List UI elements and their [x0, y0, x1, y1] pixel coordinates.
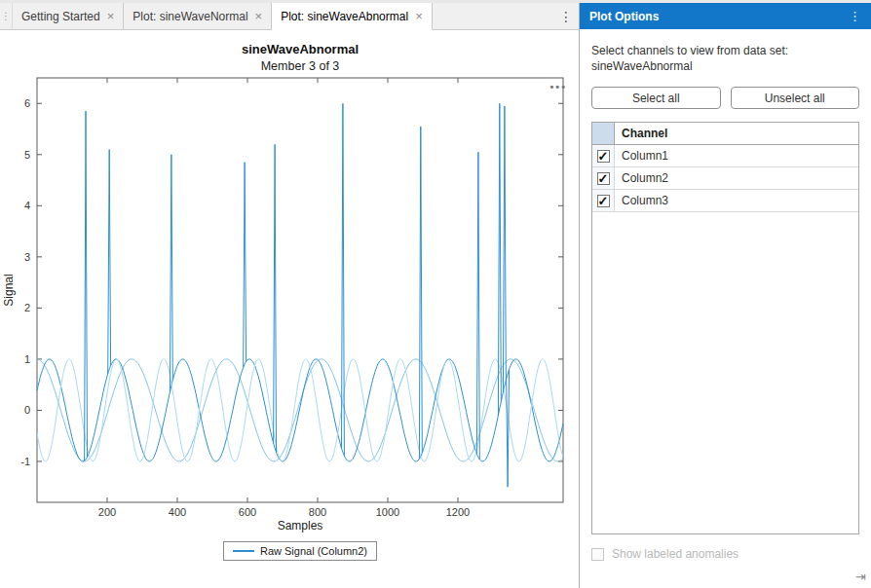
svg-text:Signal: Signal: [2, 274, 16, 306]
tab-overflow-menu-icon[interactable]: ⋮: [553, 3, 579, 30]
table-row-column2[interactable]: Column2: [592, 167, 858, 190]
document-area: ⋮ Getting Started × Plot: sineWaveNormal…: [0, 3, 579, 588]
signal-chart[interactable]: 20040060080010001200-10123456Signal: [0, 74, 579, 518]
tab-plot-sinewaveabnormal[interactable]: Plot: sineWaveAbnormal ×: [272, 3, 433, 30]
tab-bar: ⋮ Getting Started × Plot: sineWaveNormal…: [0, 3, 579, 30]
app-window: ⋮ Getting Started × Plot: sineWaveNormal…: [0, 0, 871, 588]
checkbox-cell: [592, 167, 615, 189]
show-anomalies-checkbox: [591, 548, 604, 561]
svg-text:1: 1: [24, 353, 30, 365]
svg-text:3: 3: [24, 251, 30, 263]
svg-text:800: 800: [309, 506, 326, 518]
panel-menu-icon[interactable]: ⋮: [849, 9, 861, 23]
chart-legend: Raw Signal (Column2): [223, 541, 377, 561]
show-anomalies-row: Show labeled anomalies: [591, 547, 859, 561]
description-line-1: Select channels to view from data set:: [591, 43, 859, 58]
svg-text:6: 6: [24, 97, 30, 109]
svg-text:1200: 1200: [446, 506, 470, 518]
tab-close-icon[interactable]: ×: [107, 10, 115, 22]
panel-collapse-icon[interactable]: ⇥: [855, 570, 866, 584]
svg-text:200: 200: [98, 506, 116, 518]
panel-header: Plot Options ⋮: [580, 3, 871, 29]
plot-options-panel: Plot Options ⋮ Select channels to view f…: [579, 3, 871, 588]
checkbox-cell: [592, 190, 615, 211]
tab-label: Plot: sineWaveNormal: [133, 10, 247, 23]
select-all-button[interactable]: Select all: [591, 87, 721, 109]
channel-name: Column2: [615, 167, 858, 189]
plot-menu-icon[interactable]: •••: [549, 81, 567, 92]
panel-description: Select channels to view from data set: s…: [591, 43, 859, 74]
channel-name: Column1: [615, 145, 858, 166]
channel-checkbox[interactable]: [597, 172, 610, 185]
tab-label: Plot: sineWaveAbnormal: [281, 10, 408, 23]
svg-text:1000: 1000: [376, 506, 399, 518]
plot-region: sineWaveAbnormal Member 3 of 3 ••• 20040…: [0, 30, 579, 588]
panel-body: Select channels to view from data set: s…: [580, 29, 871, 588]
channel-column-header: Channel: [615, 123, 858, 144]
svg-text:-1: -1: [20, 456, 30, 467]
unselect-all-button[interactable]: Unselect all: [731, 87, 860, 109]
tab-getting-started[interactable]: Getting Started ×: [13, 3, 124, 30]
tab-close-icon[interactable]: ×: [255, 10, 263, 22]
channel-name: Column3: [615, 190, 858, 211]
legend-line-swatch: [233, 550, 254, 552]
tab-close-icon[interactable]: ×: [415, 10, 423, 22]
show-anomalies-label: Show labeled anomalies: [612, 547, 738, 561]
table-header-row: Channel: [592, 123, 858, 145]
svg-text:600: 600: [239, 506, 256, 518]
checkbox-cell: [592, 145, 615, 166]
svg-text:2: 2: [24, 302, 30, 313]
panel-title: Plot Options: [589, 10, 659, 23]
channel-checkbox[interactable]: [597, 150, 610, 163]
table-row-column3[interactable]: Column3: [592, 190, 858, 212]
tab-bar-spacer: [433, 3, 553, 30]
checkbox-column-header: [592, 123, 615, 144]
channel-table: Channel Column1 Column2: [591, 122, 859, 534]
channel-checkbox[interactable]: [597, 195, 610, 207]
description-line-2: sineWaveAbnormal: [591, 58, 859, 74]
tab-label: Getting Started: [21, 10, 100, 23]
plot-title: sineWaveAbnormal: [11, 42, 589, 56]
svg-text:400: 400: [169, 506, 186, 518]
plot-subtitle: Member 3 of 3: [11, 59, 589, 73]
table-empty-area: [592, 212, 858, 533]
button-row: Select all Unselect all: [591, 87, 859, 109]
tab-plot-sinewavenormal[interactable]: Plot: sineWaveNormal ×: [124, 3, 272, 30]
svg-text:4: 4: [24, 200, 30, 211]
svg-text:5: 5: [24, 149, 30, 161]
legend-label: Raw Signal (Column2): [260, 545, 367, 557]
legend-wrap: Raw Signal (Column2): [11, 541, 589, 561]
table-row-column1[interactable]: Column1: [592, 145, 858, 167]
drag-handle-icon[interactable]: ⋮: [0, 3, 13, 30]
x-axis-label: Samples: [11, 519, 589, 533]
svg-text:0: 0: [24, 404, 30, 416]
